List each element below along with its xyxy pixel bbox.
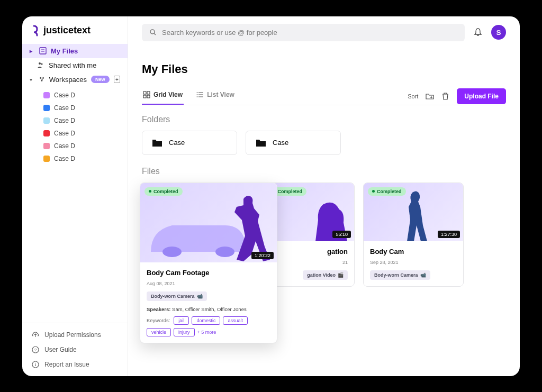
svg-line-17 [154,33,156,35]
logo-icon [31,25,40,37]
file-card-body: Body Cam Sep 28, 2021 Body-worn Camera 📹 [364,241,463,286]
duration-badge: 1:20:22 [251,252,274,259]
report-issue-link[interactable]: Report an Issue [22,357,128,372]
svg-point-4 [41,63,42,65]
file-icon [39,47,47,54]
app-window: justicetext ▸ My Files Shared with me ▾ … [22,16,520,376]
nav-shared[interactable]: Shared with me [22,58,128,72]
workspace-label: Case D [54,130,75,137]
svg-line-9 [40,78,42,80]
file-card[interactable]: Completed 1:27:30 Body Cam Sep 28, 2021 … [363,183,464,287]
svg-point-31 [215,247,234,257]
folder-name: Case [273,139,288,147]
files-grid: Completed 1:20:22 Body Cam Footage Aug 0… [142,183,506,343]
workspace-item[interactable]: Case D [38,127,128,140]
user-guide-link[interactable]: ? User Guide [22,342,128,357]
page-title: My Files [142,62,506,76]
nav-my-files-label: My Files [51,47,78,55]
workspaces-icon [39,76,45,83]
tab-list-view[interactable]: List View [195,88,236,105]
sidebar-footer: Upload Permissions ? User Guide Report a… [22,323,128,376]
keyword-tag[interactable]: assualt [223,316,248,325]
svg-point-16 [150,30,155,34]
workspace-item[interactable]: Case D [38,140,128,152]
svg-rect-19 [147,92,150,94]
workspace-label: Case D [54,104,75,112]
svg-point-25 [197,92,198,93]
workspace-color-dot [43,92,50,98]
camera-icon: 📹 [197,294,203,299]
files-heading: Files [142,167,506,176]
file-date: Sep 28, 2021 [370,260,457,265]
speakers-line: Speakers: Sam, Officer Smith, Officer Jo… [147,306,270,312]
folder-icon [256,139,266,147]
upload-file-button[interactable]: Upload File [457,88,506,104]
file-tag: gation Video 🎬 [303,270,348,280]
search-input[interactable]: Search keywords or use @ for people [142,24,465,41]
keywords-row: Keywords: jail domestic assualt [147,316,270,325]
avatar-initial: S [496,29,501,37]
keywords-more[interactable]: + 5 more [197,330,216,335]
workspace-list: Case D Case D Case D Case D Case D Case … [22,89,128,165]
user-guide-label: User Guide [44,346,77,353]
new-badge: New [91,76,110,83]
nav-my-files[interactable]: ▸ My Files [22,44,128,58]
workspace-color-dot [43,143,50,149]
keyword-tag[interactable]: domestic [192,316,220,325]
nav-workspaces[interactable]: ▾ Workspaces New + [22,72,128,87]
keywords-label: Keywords: [147,317,170,323]
upload-permissions-link[interactable]: Upload Permissions [22,327,128,342]
camera-icon: 📹 [420,272,426,278]
file-tag: Body-worn Camera 📹 [147,291,207,301]
svg-text:?: ? [34,348,37,352]
workspace-item[interactable]: Case D [38,114,128,127]
add-workspace-button[interactable]: + [114,76,120,83]
workspace-label: Case D [54,117,75,124]
svg-point-26 [197,94,198,95]
upload-permissions-label: Upload Permissions [44,331,101,339]
content: My Files Grid View List View Sort Upload… [128,49,520,376]
folder-icon [152,139,162,147]
file-title: Body Cam [370,248,457,256]
trash-icon[interactable] [441,92,449,100]
sort-label[interactable]: Sort [408,93,418,99]
brand-logo: justicetext [22,23,128,44]
chevron-right-icon: ▸ [30,48,35,54]
svg-rect-21 [147,95,150,98]
keyword-tag[interactable]: injury [174,328,195,336]
svg-point-14 [35,362,36,363]
tab-grid-view[interactable]: Grid View [142,88,184,105]
grid-view-label: Grid View [153,91,183,98]
folder-card[interactable]: Case [246,131,341,155]
new-folder-icon[interactable] [426,92,434,101]
grid-icon [143,91,150,98]
notifications-icon[interactable] [473,28,483,37]
workspace-color-dot [43,105,50,111]
view-toolbar: Grid View List View Sort Upload File [142,88,506,105]
workspace-color-dot [43,156,50,162]
nav-workspaces-label: Workspaces [49,76,87,84]
file-card-featured[interactable]: Completed 1:20:22 Body Cam Footage Aug 0… [140,183,277,343]
people-icon [37,61,44,69]
folder-card[interactable]: Case [142,131,237,155]
folder-row: Case Case [142,131,506,155]
svg-line-10 [42,78,43,80]
keyword-tag[interactable]: vehicle [147,328,171,336]
nav-shared-label: Shared with me [49,61,96,69]
topbar: Search keywords or use @ for people S [128,16,520,49]
duration-badge: 1:27:30 [438,231,460,238]
workspace-item[interactable]: Case D [38,102,128,114]
toolbar-actions: Sort Upload File [408,88,506,104]
workspace-label: Case D [54,142,75,150]
sidebar: justicetext ▸ My Files Shared with me ▾ … [22,16,128,376]
workspace-label: Case D [54,92,75,99]
svg-point-30 [162,247,182,257]
file-thumbnail: Completed 1:20:22 [140,183,277,262]
user-avatar[interactable]: S [491,25,506,40]
workspace-item[interactable]: Case D [38,152,128,165]
svg-rect-18 [143,92,146,94]
workspace-item[interactable]: Case D [38,89,128,102]
keyword-tag[interactable]: jail [174,316,189,325]
search-icon [149,29,157,36]
duration-badge: 55:10 [332,231,351,238]
